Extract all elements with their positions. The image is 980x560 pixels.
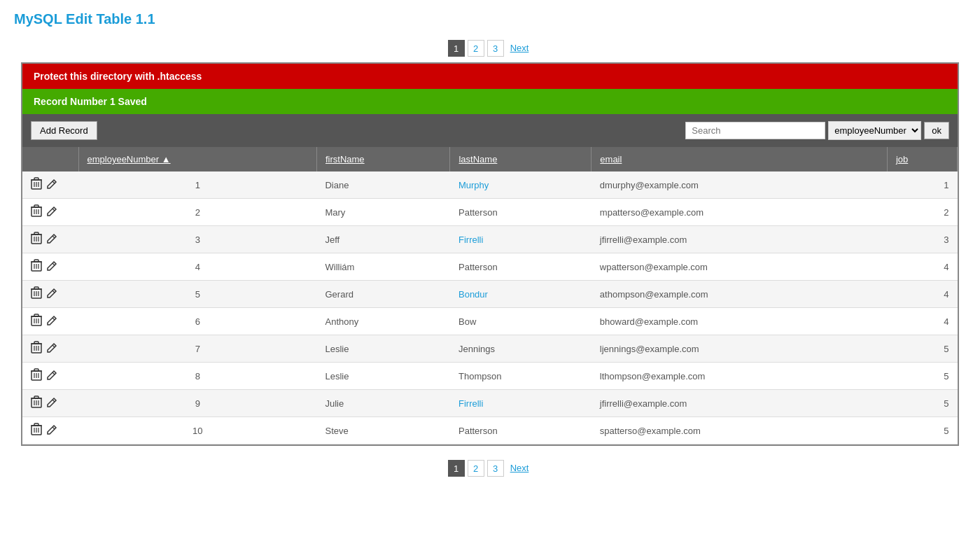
edit-icon[interactable]	[46, 426, 57, 438]
delete-icon[interactable]	[31, 207, 42, 219]
cell-job: 5	[887, 335, 957, 363]
table-row: 1DianeMurphydmurphy@example.com1	[22, 172, 958, 199]
svg-line-41	[52, 318, 55, 320]
table-row: 9JulieFirrellijfirrelli@example.com5	[22, 390, 958, 417]
cell-job: 4	[887, 281, 957, 308]
page-1-top[interactable]: 1	[448, 40, 465, 57]
cell-email: wpatterson@example.com	[592, 253, 888, 281]
cell-employeeNumber: 5	[78, 281, 316, 308]
col-header-lastName: lastName	[450, 147, 592, 172]
cell-firstName: Gerard	[316, 281, 450, 308]
cell-actions	[22, 199, 78, 226]
sort-firstName[interactable]: firstName	[326, 154, 365, 164]
cell-job: 5	[887, 363, 957, 390]
edit-icon[interactable]	[46, 316, 57, 328]
next-bottom[interactable]: Next	[507, 460, 533, 477]
toolbar: Add Record employeeNumber firstName last…	[22, 114, 958, 147]
edit-icon[interactable]	[46, 234, 57, 246]
cell-job: 1	[887, 172, 957, 199]
svg-line-55	[52, 372, 55, 374]
table-body: 1DianeMurphydmurphy@example.com1 2MaryPa…	[22, 172, 958, 444]
cell-actions	[22, 417, 78, 444]
cell-lastName: Bow	[450, 308, 592, 335]
cell-employeeNumber: 1	[78, 172, 316, 199]
cell-lastName: Firrelli	[450, 390, 592, 417]
cell-email: mpatterso@example.com	[592, 199, 888, 226]
cell-job: 5	[887, 390, 957, 417]
cell-actions	[22, 390, 78, 417]
data-table: employeeNumber ▲ firstName lastName emai…	[22, 147, 958, 444]
cell-actions	[22, 281, 78, 308]
edit-icon[interactable]	[46, 371, 57, 383]
page-1-bottom[interactable]: 1	[448, 460, 465, 477]
cell-employeeNumber: 10	[78, 417, 316, 444]
delete-icon[interactable]	[31, 398, 42, 410]
col-header-job: job	[887, 147, 957, 172]
sort-email[interactable]: email	[600, 154, 622, 164]
table-wrap: employeeNumber ▲ firstName lastName emai…	[22, 147, 958, 444]
delete-icon[interactable]	[31, 180, 42, 192]
edit-icon[interactable]	[46, 262, 57, 274]
page-2-bottom[interactable]: 2	[468, 460, 484, 477]
edit-icon[interactable]	[46, 207, 57, 219]
cell-employeeNumber: 8	[78, 363, 316, 390]
svg-line-69	[52, 427, 55, 429]
col-header-employeeNumber: employeeNumber ▲	[78, 147, 316, 172]
delete-icon[interactable]	[31, 289, 42, 301]
cell-email: bhoward@example.com	[592, 308, 888, 335]
cell-actions	[22, 253, 78, 281]
svg-line-34	[52, 290, 55, 293]
sort-job[interactable]: job	[896, 154, 908, 164]
table-row: 4WilliámPattersonwpatterson@example.com4	[22, 253, 958, 281]
delete-icon[interactable]	[31, 426, 42, 438]
delete-icon[interactable]	[31, 262, 42, 274]
cell-email: lthompson@example.com	[592, 363, 888, 390]
cell-employeeNumber: 3	[78, 226, 316, 253]
main-content: Protect this directory with .htaccess Re…	[21, 62, 959, 446]
cell-lastName: Bondur	[450, 281, 592, 308]
svg-line-6	[52, 181, 55, 183]
edit-icon[interactable]	[46, 180, 57, 192]
col-header-actions	[22, 147, 78, 172]
cell-firstName: Williám	[316, 253, 450, 281]
cell-firstName: Mary	[316, 199, 450, 226]
toolbar-right: employeeNumber firstName lastName email …	[685, 121, 949, 140]
cell-email: dmurphy@example.com	[592, 172, 888, 199]
search-input[interactable]	[685, 122, 825, 139]
page-3-bottom[interactable]: 3	[487, 460, 504, 477]
ok-button[interactable]: ok	[924, 122, 949, 139]
page-2-top[interactable]: 2	[468, 40, 484, 57]
cell-email: athompson@example.com	[592, 281, 888, 308]
delete-icon[interactable]	[31, 234, 42, 246]
cell-firstName: Anthony	[316, 308, 450, 335]
table-row: 3JeffFirrellijfirrelli@example.com3	[22, 226, 958, 253]
svg-line-20	[52, 236, 55, 238]
cell-firstName: Jeff	[316, 226, 450, 253]
sort-employeeNumber[interactable]: employeeNumber ▲	[88, 154, 171, 164]
cell-actions	[22, 226, 78, 253]
cell-actions	[22, 308, 78, 335]
edit-icon[interactable]	[46, 289, 57, 301]
col-header-firstName: firstName	[316, 147, 450, 172]
table-row: 8LeslieThompsonlthompson@example.com5	[22, 363, 958, 390]
search-select[interactable]: employeeNumber firstName lastName email …	[828, 121, 921, 140]
delete-icon[interactable]	[31, 316, 42, 328]
cell-lastName: Murphy	[450, 172, 592, 199]
delete-icon[interactable]	[31, 371, 42, 383]
table-row: 6AnthonyBowbhoward@example.com4	[22, 308, 958, 335]
cell-lastName: Patterson	[450, 417, 592, 444]
next-top[interactable]: Next	[507, 40, 533, 57]
edit-icon[interactable]	[46, 344, 57, 356]
page-3-top[interactable]: 3	[487, 40, 504, 57]
cell-email: ljennings@example.com	[592, 335, 888, 363]
sort-lastName[interactable]: lastName	[458, 154, 497, 164]
edit-icon[interactable]	[46, 398, 57, 410]
cell-employeeNumber: 6	[78, 308, 316, 335]
cell-employeeNumber: 7	[78, 335, 316, 363]
cell-job: 4	[887, 253, 957, 281]
delete-icon[interactable]	[31, 344, 42, 356]
add-record-button[interactable]: Add Record	[31, 121, 97, 140]
table-row: 5GerardBondurathompson@example.com4	[22, 281, 958, 308]
cell-lastName: Patterson	[450, 253, 592, 281]
cell-actions	[22, 335, 78, 363]
